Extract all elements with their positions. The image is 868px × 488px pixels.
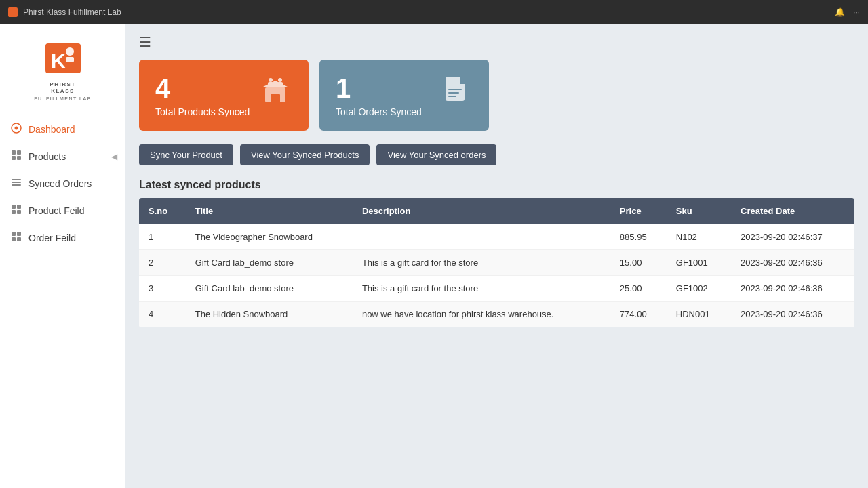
topbar-favicon (8, 7, 18, 17)
sidebar-logo: K PHIRSTKLASSFULFILLMENT LAB (0, 24, 125, 110)
table-head: S.no Title Description Price Sku Created… (139, 198, 854, 224)
svg-rect-30 (460, 77, 467, 84)
col-sno: S.no (139, 198, 186, 224)
app-body: K PHIRSTKLASSFULFILLMENT LAB Dashboard (0, 24, 868, 488)
svg-rect-26 (268, 82, 273, 86)
cell-description (353, 224, 610, 250)
table-row: 4The Hidden Snowboardnow we have locatio… (139, 302, 854, 327)
view-synced-orders-button[interactable]: View Your Synced orders (376, 144, 496, 165)
app-logo-icon: K (41, 37, 85, 80)
cell-sno: 3 (139, 276, 186, 302)
topbar-left: Phirst Klass Fulfillment Lab (8, 7, 121, 17)
products-table-container: S.no Title Description Price Sku Created… (139, 198, 854, 327)
sidebar-item-label: Products (28, 151, 66, 162)
cell-description: This is a gift card for the store (353, 250, 610, 276)
orders-synced-icon (443, 75, 473, 115)
orders-synced-number: 1 (336, 73, 422, 104)
sidebar-item-products[interactable]: Products ◀ (0, 143, 125, 170)
svg-point-5 (15, 127, 18, 130)
cell-created_date: 2023-09-20 02:46:36 (731, 302, 854, 327)
sync-product-button[interactable]: Sync Your Product (139, 144, 233, 165)
view-synced-products-button[interactable]: View Your Synced Products (240, 144, 370, 165)
col-sku: Sku (667, 198, 731, 224)
table-row: 1The Videographer Snowboard885.95N102202… (139, 224, 854, 250)
col-description: Description (353, 198, 610, 224)
bell-icon[interactable]: 🔔 (835, 7, 845, 17)
cell-title: Gift Card lab_demo store (186, 276, 353, 302)
cell-created_date: 2023-09-20 02:46:37 (731, 224, 854, 250)
svg-rect-23 (271, 94, 280, 102)
products-table: S.no Title Description Price Sku Created… (139, 198, 854, 327)
svg-rect-13 (12, 205, 16, 209)
order-feild-icon (11, 231, 22, 245)
dots-icon[interactable]: ··· (853, 7, 860, 17)
dashboard-icon (11, 123, 22, 136)
hamburger-icon[interactable]: ☰ (139, 34, 151, 50)
svg-rect-32 (448, 92, 459, 94)
svg-rect-15 (12, 210, 16, 214)
synced-orders-icon (11, 177, 22, 190)
table-body: 1The Videographer Snowboard885.95N102202… (139, 224, 854, 327)
svg-rect-6 (12, 150, 16, 155)
svg-rect-9 (17, 156, 21, 160)
products-synced-number: 4 (155, 73, 250, 104)
cell-sku: N102 (667, 224, 731, 250)
table-header-row: S.no Title Description Price Sku Created… (139, 198, 854, 224)
section-title: Latest synced products (139, 179, 854, 191)
topbar: Phirst Klass Fulfillment Lab 🔔 ··· (0, 0, 868, 24)
chevron-left-icon: ◀ (111, 152, 117, 161)
cell-price: 15.00 (610, 250, 667, 276)
svg-rect-11 (12, 182, 21, 183)
sidebar-item-synced-orders[interactable]: Synced Orders (0, 170, 125, 197)
col-price: Price (610, 198, 667, 224)
sidebar-item-dashboard[interactable]: Dashboard (0, 116, 125, 143)
svg-rect-8 (12, 156, 16, 160)
cell-description: now we have location for phirst klass wa… (353, 302, 610, 327)
stat-card-left: 1 Total Orders Synced (336, 73, 422, 117)
logo-box: K PHIRSTKLASSFULFILLMENT LAB (34, 37, 92, 102)
svg-text:K: K (51, 49, 66, 72)
svg-rect-33 (448, 96, 456, 97)
sidebar-item-label: Product Feild (28, 205, 84, 216)
stat-card-left: 4 Total Products Synced (155, 73, 250, 117)
stats-row: 4 Total Products Synced (139, 60, 854, 131)
table-row: 2Gift Card lab_demo storeThis is a gift … (139, 250, 854, 276)
sidebar-item-order-feild[interactable]: Order Feild (0, 224, 125, 251)
svg-rect-27 (277, 82, 283, 86)
cell-created_date: 2023-09-20 02:46:36 (731, 276, 854, 302)
main-header: ☰ (125, 24, 868, 60)
cell-sku: HDN001 (667, 302, 731, 327)
svg-rect-19 (12, 237, 16, 241)
sidebar-item-label: Order Feild (28, 232, 76, 243)
sidebar: K PHIRSTKLASSFULFILLMENT LAB Dashboard (0, 24, 125, 488)
sidebar-item-label: Dashboard (28, 124, 75, 135)
cell-title: The Hidden Snowboard (186, 302, 353, 327)
col-created-date: Created Date (731, 198, 854, 224)
dashboard-content: 4 Total Products Synced (125, 60, 868, 341)
svg-rect-14 (17, 205, 21, 209)
svg-rect-3 (66, 57, 74, 62)
svg-rect-16 (17, 210, 21, 214)
cell-title: The Videographer Snowboard (186, 224, 353, 250)
svg-rect-18 (17, 232, 21, 236)
sidebar-item-product-feild[interactable]: Product Feild (0, 197, 125, 224)
orders-synced-label: Total Orders Synced (336, 106, 422, 117)
cell-price: 25.00 (610, 276, 667, 302)
svg-rect-17 (12, 232, 16, 236)
svg-point-2 (66, 47, 74, 56)
svg-rect-7 (17, 150, 21, 155)
svg-marker-22 (262, 81, 289, 87)
logo-text: PHIRSTKLASSFULFILLMENT LAB (34, 81, 92, 102)
cell-sku: GF1002 (667, 276, 731, 302)
svg-rect-10 (12, 179, 21, 180)
stat-card-orders: 1 Total Orders Synced (319, 60, 489, 131)
svg-rect-12 (12, 184, 21, 186)
svg-rect-20 (17, 237, 21, 241)
products-icon (11, 150, 22, 163)
topbar-right: 🔔 ··· (835, 7, 860, 17)
cell-created_date: 2023-09-20 02:46:36 (731, 250, 854, 276)
product-feild-icon (11, 204, 22, 218)
topbar-title: Phirst Klass Fulfillment Lab (23, 7, 121, 17)
cell-price: 774.00 (610, 302, 667, 327)
svg-rect-31 (448, 89, 462, 90)
